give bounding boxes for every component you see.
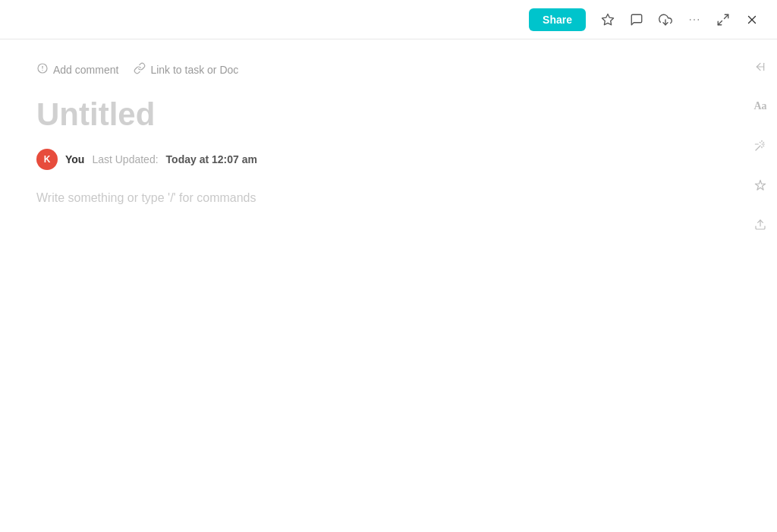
link-to-task-toolbar-item[interactable]: Link to task or Doc <box>134 62 238 77</box>
collapse-icon <box>754 61 766 73</box>
last-updated-value: Today at 12:07 am <box>166 153 257 165</box>
svg-point-4 <box>698 19 700 20</box>
add-comment-toolbar-item[interactable]: Add comment <box>36 62 118 77</box>
close-button[interactable] <box>739 7 765 33</box>
ai-button[interactable] <box>748 173 772 197</box>
author-name: You <box>65 153 84 165</box>
style-button[interactable] <box>748 134 772 158</box>
expand-button[interactable] <box>710 7 736 33</box>
share-button[interactable]: Share <box>529 8 586 31</box>
comment-toolbar-icon <box>36 62 49 77</box>
svg-line-5 <box>725 14 728 18</box>
link-toolbar-icon <box>134 62 146 77</box>
avatar: K <box>36 149 58 170</box>
main-content: Add comment Link to task or Doc Untitled <box>0 39 777 532</box>
collapse-sidebar-button[interactable] <box>748 55 772 79</box>
ellipsis-icon <box>687 13 701 27</box>
typography-button[interactable]: Aa <box>748 94 772 118</box>
svg-point-3 <box>694 19 695 20</box>
last-updated-label: Last Updated: <box>92 153 158 165</box>
author-row: K You Last Updated: Today at 12:07 am <box>36 149 707 170</box>
document-area[interactable]: Add comment Link to task or Doc Untitled <box>0 39 744 532</box>
upload-icon <box>754 219 766 231</box>
add-comment-label: Add comment <box>53 64 118 76</box>
header-actions: Share <box>529 7 765 33</box>
svg-line-6 <box>718 20 722 24</box>
doc-title[interactable]: Untitled <box>36 96 707 134</box>
expand-icon <box>716 13 730 27</box>
link-to-task-label: Link to task or Doc <box>150 64 238 76</box>
more-options-button[interactable] <box>681 7 707 33</box>
close-icon <box>745 13 759 27</box>
svg-point-2 <box>690 19 691 20</box>
app-container: Share <box>0 0 777 532</box>
favorite-button[interactable] <box>595 7 621 33</box>
right-sidebar: Aa <box>744 39 777 532</box>
doc-placeholder[interactable]: Write something or type '/' for commands <box>36 191 707 205</box>
upload-button[interactable] <box>748 212 772 237</box>
comment-icon <box>630 13 643 27</box>
doc-toolbar: Add comment Link to task or Doc <box>36 62 707 77</box>
download-icon <box>659 13 672 27</box>
svg-marker-0 <box>602 14 614 24</box>
ai-icon <box>754 179 766 191</box>
wand-icon <box>754 140 766 152</box>
typography-icon: Aa <box>753 100 766 112</box>
comments-button[interactable] <box>624 7 650 33</box>
export-button[interactable] <box>653 7 678 33</box>
header: Share <box>0 0 777 39</box>
star-icon <box>601 13 615 27</box>
